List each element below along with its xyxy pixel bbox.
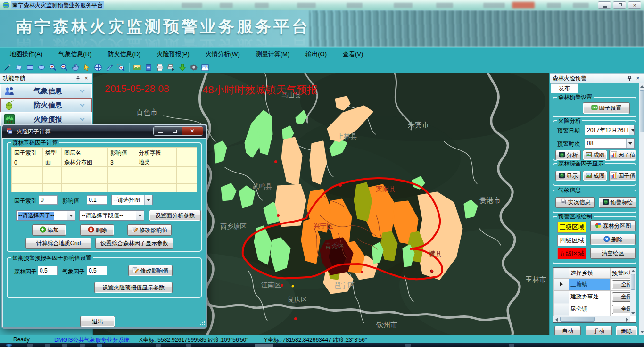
menu-item-3[interactable]: 防火信息(D) <box>99 48 149 61</box>
weather-factor-input[interactable] <box>87 266 107 275</box>
town-row[interactable]: 建政办事处全部 <box>554 291 630 303</box>
area-all-button[interactable]: 全部 <box>612 280 630 289</box>
analyze-button[interactable]: 分析 <box>555 150 581 160</box>
close-button[interactable]: × <box>628 1 641 9</box>
column-header[interactable]: 分析字段 <box>136 148 177 158</box>
modify-impact-button[interactable]: 修改影响值 <box>127 224 172 236</box>
factor-select-combo[interactable]: --请选择因子-- <box>16 210 75 221</box>
zoom-in-icon[interactable] <box>48 62 58 73</box>
menu-item-7[interactable]: 输出(O) <box>297 48 335 61</box>
town-row[interactable]: 三塘镇全部 <box>554 279 630 291</box>
town-cell[interactable]: 三塘镇 <box>569 279 611 291</box>
dialog-close-button[interactable]: ✕ <box>182 127 203 135</box>
make-map-button[interactable]: 成图 <box>583 150 607 160</box>
os-taskbar[interactable] <box>0 343 644 347</box>
print-output-icon[interactable] <box>166 62 176 73</box>
menu-item-2[interactable]: 气象信息(R) <box>50 48 99 61</box>
town-cell[interactable]: 建政办事处 <box>569 291 611 303</box>
delete-button[interactable]: 删除 <box>80 224 114 236</box>
zoom-out-icon[interactable] <box>59 62 69 73</box>
table-vertical-scrollbar[interactable] <box>630 268 636 316</box>
menu-item-8[interactable]: 查看(V) <box>335 48 371 61</box>
minimize-button[interactable] <box>598 1 611 9</box>
draw-line-icon[interactable] <box>2 62 13 73</box>
draw-rectangle-icon[interactable] <box>25 62 35 73</box>
impact-value-input[interactable] <box>87 195 107 205</box>
resize-grip[interactable] <box>200 321 205 326</box>
factor-index-input[interactable] <box>39 195 58 205</box>
forest-factor-input[interactable] <box>38 266 58 275</box>
menu-item-1[interactable]: 地图操作(A) <box>2 48 50 61</box>
field-select-combo[interactable]: --请选择字段值-- <box>79 210 144 221</box>
menu-item-6[interactable]: 测量计算(M) <box>248 48 298 61</box>
forest-partition-map-button[interactable]: 森林分区图 <box>590 220 636 231</box>
warning-date-combo[interactable]: 2017年12月26日 <box>585 125 635 135</box>
zoom-selection-icon[interactable] <box>116 62 126 73</box>
pin-icon[interactable] <box>74 75 81 82</box>
factor-settings-button[interactable]: 因子设置 <box>583 102 630 114</box>
menu-item-4[interactable]: 火险预报(P) <box>149 48 197 61</box>
set-comprehensive-display-button[interactable]: 设置综合森林因子显示参数 <box>95 238 173 249</box>
column-header[interactable]: 影响值 <box>108 148 136 158</box>
print-icon[interactable] <box>155 62 165 73</box>
exit-button[interactable]: 退出 <box>80 316 115 327</box>
export-image-icon[interactable] <box>132 62 142 73</box>
draw-ellipse-icon[interactable] <box>36 62 47 73</box>
delete-area-button[interactable]: 删除 <box>590 234 636 245</box>
level5-area-button[interactable]: 五级区域 <box>557 248 586 259</box>
column-header[interactable]: 图层名 <box>62 148 108 158</box>
dialog-minimize-button[interactable] <box>154 127 168 135</box>
clear-drawing-button[interactable]: 清空绘区 <box>590 248 636 259</box>
add-button[interactable]: 添加 <box>32 224 66 236</box>
menu-item-5[interactable]: 火情分析(W) <box>198 48 248 61</box>
legend-book-icon[interactable] <box>143 62 154 73</box>
warning-plot-button[interactable]: 预警标绘 <box>599 197 636 208</box>
calc-grid-button[interactable]: 计算综合地质Grid <box>25 238 91 249</box>
full-extent-icon[interactable] <box>93 62 103 73</box>
dialog-restore-button[interactable] <box>168 127 182 135</box>
panel-vertical-scrollbar[interactable] <box>639 83 644 335</box>
factor-value-button[interactable]: 因子值 <box>609 150 636 160</box>
sidebar-item-2[interactable]: 防火信息 <box>0 98 92 112</box>
town-cell[interactable]: 昆仑镇 <box>569 303 611 315</box>
factor-value-button[interactable]: 因子值 <box>609 171 636 181</box>
settings-gear-icon[interactable] <box>189 62 199 73</box>
area-all-button[interactable]: 全部 <box>612 305 630 314</box>
close-icon[interactable]: × <box>83 75 90 82</box>
start-orb[interactable] <box>6 344 12 347</box>
save-down-icon[interactable] <box>177 62 188 73</box>
level3-area-button[interactable]: 三级区域 <box>557 222 586 233</box>
pan-icon[interactable] <box>70 62 81 73</box>
sidebar-item-1[interactable]: 气象信息 <box>0 84 92 98</box>
make-map-button[interactable]: 成图 <box>583 171 607 181</box>
restore-button[interactable] <box>613 1 626 9</box>
set-fire-display-button[interactable]: 设置火险预报值显示参数 <box>94 282 173 293</box>
factor-table[interactable]: 因子索引类型图层名影响值分析字段0面森林分布图3地类 <box>11 147 197 192</box>
row-selector[interactable] <box>554 303 569 315</box>
area-all-button[interactable]: 全部 <box>612 292 630 302</box>
set-area-params-button[interactable]: 设置面分析参数 <box>149 210 201 221</box>
image-browser-icon[interactable] <box>200 62 210 73</box>
draw-polygon-icon[interactable] <box>14 62 24 73</box>
warning-time-combo[interactable]: 08 <box>585 138 635 149</box>
table-horizontal-scrollbar[interactable] <box>553 316 630 322</box>
row-selector[interactable] <box>554 279 569 291</box>
close-icon[interactable]: × <box>635 75 641 82</box>
tab-publish[interactable]: 发布 <box>551 83 578 93</box>
level4-area-button[interactable]: 四级区域 <box>557 235 586 246</box>
row-selector[interactable] <box>554 291 569 303</box>
table-row[interactable]: 0面森林分布图3地类 <box>12 158 197 167</box>
select-arrow-icon[interactable] <box>82 62 92 73</box>
identify-icon[interactable] <box>104 62 115 73</box>
column-header[interactable]: 因子索引 <box>12 148 43 158</box>
town-row[interactable]: 昆仑镇全部 <box>554 303 630 315</box>
layer-select-combo[interactable]: --请选择图 <box>111 195 153 205</box>
dialog-titlebar[interactable]: 火险因子计算 ✕ <box>2 125 206 138</box>
live-info-button[interactable]: 实况信息 <box>555 197 595 208</box>
modify-impact-button[interactable]: 修改影响值 <box>128 265 173 276</box>
column-header[interactable]: 类型 <box>43 148 62 158</box>
column-header-area[interactable]: 预警区域 <box>611 268 630 279</box>
show-button[interactable]: 显示 <box>555 171 581 181</box>
pin-icon[interactable] <box>626 75 633 82</box>
column-header-town[interactable]: 选择乡镇 <box>569 268 611 279</box>
